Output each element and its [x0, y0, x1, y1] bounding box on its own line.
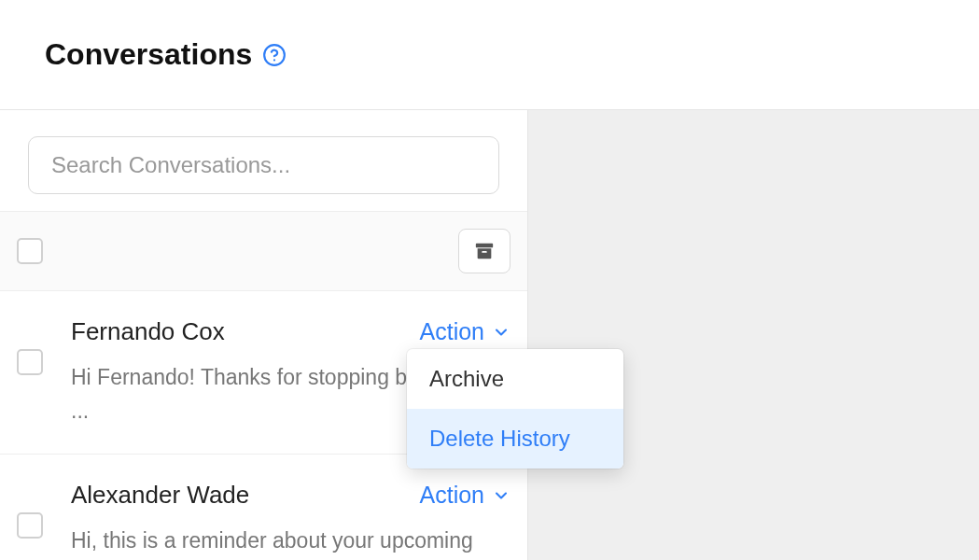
conversation-checkbox[interactable] [17, 349, 43, 375]
action-dropdown-button[interactable]: Action [420, 482, 510, 509]
dropdown-item-delete-history[interactable]: Delete History [407, 409, 623, 469]
conversation-top: Alexander Wade Action [71, 481, 510, 510]
action-label: Action [420, 482, 484, 509]
page-header: Conversations [0, 0, 979, 109]
dropdown-item-archive[interactable]: Archive [407, 349, 623, 409]
conversation-checkbox[interactable] [17, 512, 43, 539]
search-wrap [0, 110, 527, 211]
archive-icon [473, 241, 496, 261]
search-input[interactable] [28, 136, 499, 194]
svg-rect-3 [482, 251, 487, 253]
archive-button[interactable] [458, 229, 510, 273]
conversation-preview: Hi, this is a reminder about your upcomi… [71, 525, 510, 558]
conversation-body: Alexander Wade Action Hi, this is a remi… [71, 481, 510, 558]
bulk-toolbar [0, 211, 527, 291]
conversation-name: Fernando Cox [71, 317, 225, 346]
select-all-checkbox[interactable] [17, 238, 43, 264]
conversations-pane: Fernando Cox Action Hi Fernando! Thanks … [0, 110, 528, 560]
chevron-down-icon [492, 323, 510, 342]
detail-pane [528, 110, 979, 560]
conversation-top: Fernando Cox Action [71, 317, 510, 346]
chevron-down-icon [492, 486, 510, 505]
svg-rect-2 [476, 244, 493, 248]
action-dropdown-menu: Archive Delete History [407, 349, 623, 469]
action-dropdown-button[interactable]: Action [420, 318, 510, 345]
help-icon[interactable] [261, 42, 287, 68]
conversation-item[interactable]: Alexander Wade Action Hi, this is a remi… [0, 455, 527, 560]
main-split: Fernando Cox Action Hi Fernando! Thanks … [0, 109, 979, 560]
action-label: Action [420, 318, 484, 345]
page-title: Conversations [45, 37, 252, 72]
conversation-name: Alexander Wade [71, 481, 249, 510]
conversation-item[interactable]: Fernando Cox Action Hi Fernando! Thanks … [0, 291, 527, 455]
